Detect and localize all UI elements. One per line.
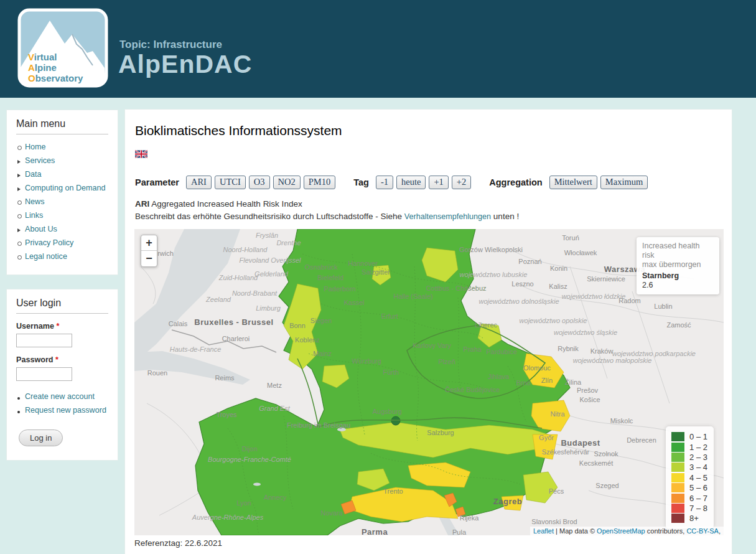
login-link-item[interactable]: Request new password	[17, 403, 108, 417]
required-marker: *	[55, 355, 58, 364]
aggregation-button-group: MittelwertMaximum	[549, 176, 651, 189]
menu-link-home[interactable]: Home	[25, 143, 46, 151]
svg-text:Alpine: Alpine	[28, 62, 57, 73]
svg-text:Virtual: Virtual	[28, 52, 57, 62]
legend-label: 8+	[689, 514, 699, 523]
parameter-name: Aggregated Increased Health Risk Index	[149, 199, 302, 209]
bullet-icon	[17, 391, 25, 402]
menu-link-data[interactable]: Data	[25, 170, 42, 179]
username-field[interactable]	[16, 334, 72, 347]
main-menu-box: Main menu HomeServicesDataComputing on D…	[6, 110, 118, 275]
legend-row: 5 – 6	[671, 482, 707, 492]
tooltip-line2: max übermorgen	[642, 260, 714, 270]
create-new-account-link[interactable]: Create new account	[25, 392, 95, 401]
main-content: Bioklimatisches Informationssystem Param…	[124, 109, 732, 554]
required-marker: *	[56, 322, 59, 331]
parameter-button-no2[interactable]: NO2	[273, 176, 301, 189]
map-attribution: Leaflet | Map data © OpenStreetMap contr…	[530, 527, 724, 535]
login-link-item[interactable]: Create new account	[17, 390, 108, 403]
controls-row: ParameterARIUTCIO3NO2PM10Tag-1heute+1+2A…	[135, 176, 722, 189]
legend-swatch	[671, 443, 684, 452]
tag-button--1[interactable]: -1	[376, 176, 393, 189]
legend-swatch	[671, 504, 684, 513]
legend-row: 1 – 2	[671, 442, 707, 452]
sidebar-item-legal-notice[interactable]: Legal notice	[16, 250, 108, 263]
tag-button-group: -1heute+1+2	[376, 176, 474, 189]
menu-link-services[interactable]: Services	[25, 156, 55, 165]
expand-arrow-icon	[17, 223, 25, 235]
tag-button--2[interactable]: +2	[452, 176, 471, 189]
expand-arrow-icon	[17, 182, 25, 194]
tooltip-station: Starnberg	[642, 271, 714, 281]
tag-button--1[interactable]: +1	[429, 176, 448, 189]
menu-link-about-us[interactable]: About Us	[25, 225, 57, 233]
legend-label: 3 – 4	[689, 462, 707, 472]
legend-row: 2 – 3	[671, 452, 707, 462]
request-new-password-link[interactable]: Request new password	[25, 406, 106, 415]
menu-link-news[interactable]: News	[25, 197, 45, 206]
uk-flag-icon[interactable]	[135, 149, 147, 161]
bullet-icon	[17, 141, 25, 153]
expand-arrow-icon	[17, 169, 25, 180]
zoom-in-button[interactable]: +	[141, 235, 157, 251]
menu-link-computing-on-demand[interactable]: Computing on Demand	[25, 184, 106, 192]
parameter-button-ari[interactable]: ARI	[186, 176, 212, 189]
bullet-icon	[17, 405, 25, 416]
site-header: Virtual Alpine Observatory Topic: Infras…	[0, 0, 756, 98]
main-menu-title: Main menu	[16, 118, 108, 134]
parameter-button-pm10[interactable]: PM10	[304, 176, 335, 189]
reference-day: Referenztag: 22.6.2021	[134, 538, 722, 548]
parameter-description: ARI Aggregated Increased Health Risk Ind…	[135, 198, 722, 223]
parameter-button-utci[interactable]: UTCI	[215, 176, 246, 189]
zoom-out-button[interactable]: −	[141, 251, 157, 266]
parameter-button-group: ARIUTCIO3NO2PM10	[186, 176, 338, 189]
sidebar-item-about-us[interactable]: About Us	[16, 222, 108, 236]
sidebar-item-computing-on-demand[interactable]: Computing on Demand	[16, 181, 108, 195]
parameter-button-o3[interactable]: O3	[249, 176, 270, 189]
tag-button-heute[interactable]: heute	[396, 176, 426, 189]
username-label: Username *	[16, 322, 59, 331]
menu-link-legal-notice[interactable]: Legal notice	[25, 252, 67, 261]
recommendations-link[interactable]: Verhaltensempfehlungen	[404, 212, 491, 221]
expand-arrow-icon	[17, 155, 25, 166]
license-link[interactable]: CC-BY-SA	[686, 527, 719, 535]
legend-row: 3 – 4	[671, 462, 707, 472]
menu-link-links[interactable]: Links	[25, 211, 43, 220]
user-login-title: User login	[16, 298, 108, 314]
sidebar-item-home[interactable]: Home	[16, 140, 108, 154]
app-title: AlpEnDAC	[118, 50, 252, 79]
sidebar-item-privacy-policy[interactable]: Privacy Policy	[16, 236, 108, 250]
legend-swatch	[671, 514, 684, 523]
description-text: Beschreibt das erhöhte Gesundheitsrisiko…	[135, 212, 404, 221]
login-button[interactable]: Log in	[19, 430, 63, 446]
sidebar-item-links[interactable]: Links	[16, 209, 108, 222]
sidebar-item-services[interactable]: Services	[16, 154, 108, 167]
tooltip-value: 2.6	[642, 281, 714, 290]
legend-label: 2 – 3	[689, 453, 707, 462]
legend-label: 1 – 2	[689, 443, 707, 452]
sidebar-item-news[interactable]: News	[16, 195, 108, 209]
openstreetmap-link[interactable]: OpenStreetMap	[597, 527, 645, 535]
legend-label: 0 – 1	[689, 432, 707, 441]
legend-label: 4 – 5	[689, 473, 707, 482]
aggregation-button-maximum[interactable]: Maximum	[600, 176, 648, 189]
leaflet-link[interactable]: Leaflet	[533, 527, 554, 535]
legend-row: 7 – 8	[671, 503, 707, 513]
login-links-list: Create new accountRequest new password	[17, 390, 108, 417]
parameter-code: ARI	[135, 199, 149, 209]
bullet-icon	[17, 210, 25, 221]
legend-row: 4 – 5	[671, 472, 707, 482]
legend-row: 0 – 1	[671, 431, 707, 441]
menu-link-privacy-policy[interactable]: Privacy Policy	[25, 238, 73, 247]
sidebar-item-data[interactable]: Data	[16, 167, 108, 181]
legend-row: 8+	[671, 514, 707, 523]
legend-row: 6 – 7	[671, 493, 707, 503]
vao-logo[interactable]: Virtual Alpine Observatory	[17, 8, 108, 90]
password-label: Password *	[16, 355, 58, 364]
aggregation-button-mittelwert[interactable]: Mittelwert	[549, 176, 597, 189]
map-tooltip: Increased health risk max übermorgen Sta…	[637, 237, 719, 294]
legend-label: 6 – 7	[689, 494, 707, 503]
map-zoom-control: + −	[141, 235, 157, 267]
leaflet-map[interactable]: NorwichBruxelles - BrusselCharleroiCalai…	[134, 229, 724, 535]
password-field[interactable]	[16, 367, 72, 381]
